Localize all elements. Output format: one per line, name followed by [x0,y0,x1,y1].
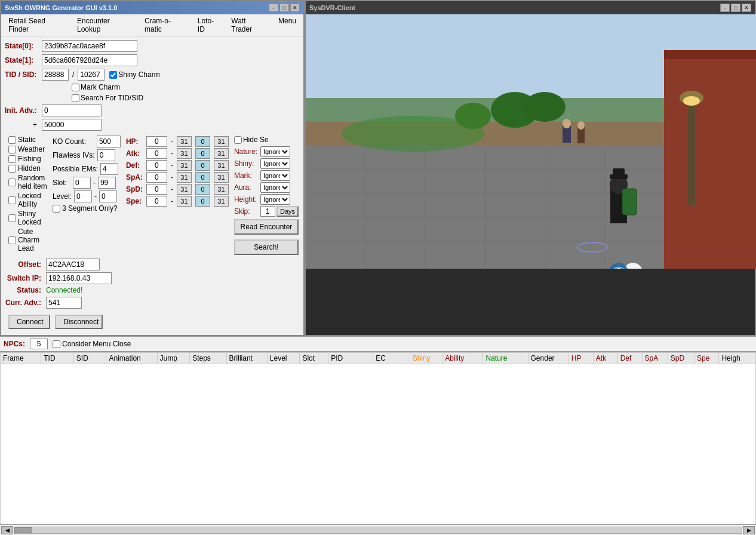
search-tid-sid-label[interactable]: Search For TID/SID [72,94,143,102]
tid-row: TID / SID: / Shiny Charm [5,69,300,81]
spa-max-btn[interactable]: 31 [177,172,192,183]
results-area[interactable]: Frame TID SID Animation Jump Steps Brill… [0,351,756,524]
consider-menu-close-label[interactable]: Consider Menu Close [53,340,131,348]
sysdvr-minimize[interactable]: – [720,4,730,12]
spa-31-btn[interactable]: 31 [214,172,229,183]
three-segment-checkbox[interactable] [53,205,60,213]
def-min-input[interactable] [146,160,167,171]
hide-se-checkbox[interactable] [234,136,242,144]
days-button[interactable]: Days [276,206,299,217]
shiny-charm-checkbox[interactable] [109,71,117,79]
hide-se-label[interactable]: Hide Se [234,136,299,144]
locked-ability-row[interactable]: Locked Ability [8,192,48,208]
possible-ems-input[interactable] [100,163,118,175]
scroll-left-btn[interactable]: ◀ [1,526,13,534]
hp-max-btn[interactable]: 31 [177,136,192,147]
skip-input[interactable] [260,206,275,217]
scroll-thumb[interactable] [14,527,32,533]
hp-31-btn[interactable]: 31 [214,136,229,147]
spe-max-btn[interactable]: 31 [177,196,192,207]
slot-from-input[interactable] [73,177,91,189]
ko-count-input[interactable] [97,136,121,147]
spe-zero-btn[interactable]: 0 [195,196,210,207]
slot-to-input[interactable] [98,177,116,189]
hidden-checkbox-row[interactable]: Hidden [8,164,48,173]
hp-zero-btn[interactable]: 0 [195,136,210,147]
offset-input[interactable] [46,259,100,270]
consider-menu-close-checkbox[interactable] [53,340,60,348]
state0-input[interactable] [42,40,137,52]
nature-filter-select[interactable]: Ignore [260,146,290,157]
minimize-button[interactable]: – [269,4,278,12]
three-segment-label[interactable]: 3 Segment Only? [53,204,121,213]
mark-charm-label[interactable]: Mark Charm [72,83,120,91]
random-held-item-checkbox[interactable] [8,179,16,186]
level-from-input[interactable] [74,190,92,202]
menu-loto-id[interactable]: Loto-ID [193,16,225,35]
static-checkbox-row[interactable]: Static [8,136,48,144]
plus-input[interactable] [42,119,102,131]
menu-cram-o-matic[interactable]: Cram-o-matic [140,16,192,35]
fishing-checkbox[interactable] [8,155,16,163]
init-adv-input[interactable] [42,104,102,116]
weather-checkbox[interactable] [8,146,16,153]
scroll-track[interactable] [14,527,742,534]
sysdvr-maximize[interactable]: □ [731,4,740,12]
height-filter-select[interactable]: Ignore [260,194,290,205]
flawless-ivs-input[interactable] [97,149,115,161]
hidden-checkbox[interactable] [8,165,16,173]
spd-min-input[interactable] [146,184,167,195]
maximize-button[interactable]: □ [279,4,289,12]
menu-watt-trader[interactable]: Watt Trader [226,16,272,35]
spd-max-btn[interactable]: 31 [177,184,192,195]
def-zero-btn[interactable]: 0 [195,160,210,171]
shiny-locked-checkbox[interactable] [8,214,16,222]
locked-ability-checkbox[interactable] [8,196,16,204]
state1-input[interactable] [42,54,137,66]
spa-min-input[interactable] [146,172,167,183]
aura-filter-select[interactable]: Ignore [260,182,290,193]
atk-min-input[interactable] [146,148,167,159]
close-button[interactable]: ✕ [290,4,300,12]
sid-input[interactable] [78,69,105,81]
static-checkbox[interactable] [8,136,16,144]
random-held-item-row[interactable]: Random held item [8,174,48,190]
shiny-charm-label[interactable]: Shiny Charm [109,70,159,79]
search-tid-sid-checkbox[interactable] [72,94,79,102]
menu-retail-seed-finder[interactable]: Retail Seed Finder [4,16,71,35]
curr-adv-input[interactable] [46,297,82,309]
spa-zero-btn[interactable]: 0 [195,172,210,183]
atk-31-btn[interactable]: 31 [214,148,229,159]
search-button[interactable]: Search! [234,239,299,255]
weather-checkbox-row[interactable]: Weather [8,145,48,153]
shiny-filter-select[interactable]: Ignore [260,158,290,169]
tid-input[interactable] [42,69,69,81]
spd-31-btn[interactable]: 31 [214,184,229,195]
menu-encounter-lookup[interactable]: Encounter Lookup [72,16,139,35]
fishing-checkbox-row[interactable]: Fishing [8,155,48,163]
mark-filter-select[interactable]: Ignore [260,170,290,181]
def-max-btn[interactable]: 31 [177,160,192,171]
spe-31-btn[interactable]: 31 [214,196,229,207]
atk-zero-btn[interactable]: 0 [195,148,210,159]
mark-charm-checkbox[interactable] [72,84,79,91]
npcs-input[interactable] [30,339,48,349]
sysdvr-close[interactable]: ✕ [742,4,751,12]
hp-min-input[interactable] [146,136,167,147]
def-31-btn[interactable]: 31 [214,160,229,171]
level-to-input[interactable] [99,190,117,202]
scroll-right-btn[interactable]: ▶ [743,526,755,534]
shiny-locked-row[interactable]: Shiny Locked [8,210,48,226]
disconnect-button[interactable]: Disconnect [55,315,103,329]
connect-button[interactable]: Connect [8,315,50,329]
th-sid: SID [73,353,106,364]
atk-max-btn[interactable]: 31 [177,148,192,159]
read-encounter-button[interactable]: Read Encounter [234,219,299,235]
horizontal-scrollbar[interactable]: ◀ ▶ [0,524,756,535]
cute-charm-lead-row[interactable]: Cute Charm Lead [8,227,48,253]
spe-min-input[interactable] [146,196,167,207]
menu-menu[interactable]: Menu [273,16,301,35]
switch-ip-input[interactable] [46,272,112,284]
spd-zero-btn[interactable]: 0 [195,184,210,195]
cute-charm-lead-checkbox[interactable] [8,236,16,244]
